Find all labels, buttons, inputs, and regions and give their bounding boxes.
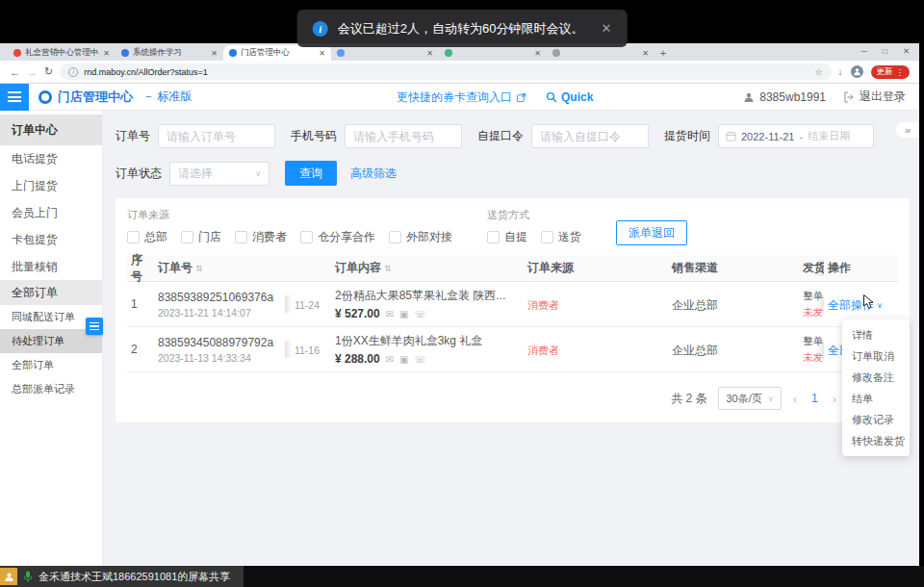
order-no-label: 订单号 [116, 128, 150, 144]
sidebar-section-all-orders[interactable]: 全部订单 [0, 280, 102, 305]
source-checkbox-hq[interactable]: 总部 [127, 229, 167, 245]
tab-close-icon[interactable]: ✕ [103, 49, 110, 58]
sidebar-item-all-orders[interactable]: 全部订单 [0, 353, 102, 377]
chevron-down-icon: ∨ [877, 301, 883, 310]
browser-profile-avatar[interactable] [851, 65, 863, 78]
advanced-filter-link[interactable]: 高级筛选 [350, 166, 397, 182]
sidebar-item-card-pickup[interactable]: 卡包提货 [0, 226, 102, 253]
checkbox-icon[interactable] [300, 231, 313, 243]
forward-button[interactable]: → [27, 66, 38, 78]
tab-close-icon[interactable]: ✕ [211, 49, 218, 58]
hamburger-menu-button[interactable] [0, 84, 29, 111]
site-info-icon[interactable]: i [68, 67, 78, 77]
current-page[interactable]: 1 [808, 392, 821, 405]
browser-tab-5[interactable]: ✕ [439, 45, 547, 61]
pickup-code-filter: 自提口令 [477, 124, 649, 148]
new-tab-button[interactable]: + [654, 45, 672, 61]
sidebar-item-hq-dispatch-records[interactable]: 总部派单记录 [0, 377, 102, 401]
quick-search-link[interactable]: Quick [546, 90, 593, 104]
prev-page-button[interactable]: ‹ [793, 392, 797, 406]
actions-cell: 全部操作 ∨ [824, 295, 898, 314]
more-menu-icon[interactable]: ⋮ [896, 67, 905, 77]
order-no-input[interactable] [158, 124, 275, 148]
sidebar-item-member-visit[interactable]: 会员上门 [0, 199, 102, 226]
checkbox-icon[interactable] [389, 231, 401, 243]
menu-item-close-order[interactable]: 结单 [842, 388, 910, 409]
checkbox-icon[interactable] [487, 231, 500, 243]
screen-share-chip: 金禾通技术王斌18662591081的屏幕共享 [0, 566, 244, 587]
order-source-cell: 消费者 [524, 341, 668, 358]
date-range-picker[interactable]: 2022-11-21 - 结束日期 [718, 124, 874, 148]
tab-close-icon[interactable]: ✕ [319, 49, 325, 58]
download-icon[interactable]: ↓ [838, 66, 843, 77]
menu-item-cancel-order[interactable]: 订单取消 [842, 345, 910, 367]
order-number: 83859345088979792a [158, 336, 281, 349]
sidebar-title-order-center[interactable]: 订单中心 [0, 115, 102, 145]
source-checkbox-store[interactable]: 门店 [181, 229, 221, 245]
source-checkbox-external[interactable]: 外部对接 [389, 229, 452, 245]
window-maximize-button[interactable]: □ [883, 46, 887, 56]
screen: 礼盒营销中心管理中心 ✕ 系统操作学习 ✕ 门店管理中心 ✕ ✕ ✕ [0, 0, 924, 587]
next-page-button[interactable]: › [833, 392, 836, 406]
browser-tab-4[interactable]: ✕ [331, 45, 439, 61]
browser-tab-1[interactable]: 礼盒营销中心管理中心 ✕ [8, 45, 116, 61]
search-icon [546, 91, 557, 103]
tab-close-icon[interactable]: ✕ [534, 49, 541, 58]
sales-channel-cell: 企业总部 [668, 295, 803, 314]
coupon-query-link[interactable]: 更快捷的券卡查询入口 [397, 89, 526, 106]
logo-icon [38, 90, 52, 104]
menu-item-edit-note[interactable]: 修改备注 [842, 367, 910, 388]
window-minimize-button[interactable]: ─ [861, 46, 867, 56]
checkbox-icon[interactable] [127, 231, 140, 243]
table-row-2: 2 83859345088979792a 2023-11-13 14:33:34… [127, 327, 898, 372]
app-body: 订单中心 电话提货 上门提货 会员上门 卡包提货 批量核销 全部订单 同城配送订… [0, 111, 919, 566]
phone-input[interactable] [345, 124, 462, 148]
chrome-update-button[interactable]: 更新 ⋮ [871, 65, 911, 79]
col-order-no[interactable]: 订单号⇅ [154, 260, 285, 276]
col-order-content[interactable]: 订单内容⇅ [331, 260, 524, 276]
screen-share-bar: 金禾通技术王斌18662591081的屏幕共享 [0, 566, 924, 587]
checkbox-icon[interactable] [181, 231, 193, 243]
menu-item-express-ship[interactable]: 转快递发货 [842, 430, 910, 451]
browser-tab-2[interactable]: 系统操作学习 ✕ [116, 45, 223, 61]
order-status-select[interactable]: 请选择 ∨ [169, 162, 270, 186]
source-tag: 消费者 [527, 345, 559, 356]
sidebar: 订单中心 电话提货 上门提货 会员上门 卡包提货 批量核销 全部订单 同城配送订… [0, 111, 103, 566]
sidebar-item-batch-verify[interactable]: 批量核销 [0, 253, 102, 280]
tab-favicon [121, 49, 129, 57]
delivery-checkbox-selfpickup[interactable]: 自提 [487, 229, 527, 245]
page-size-select[interactable]: 30条/页 ∨ [718, 387, 781, 410]
browser-tab-3-active[interactable]: 门店管理中心 ✕ [223, 45, 331, 61]
sidebar-list-toggle-button[interactable] [86, 318, 103, 335]
search-button[interactable]: 查询 [285, 161, 337, 186]
collapse-panel-icon[interactable]: » [896, 122, 919, 138]
order-content-cell: 2份精品大果85苹果礼盒装 陕西... ¥ 527.00 ✉ ▣ ☏ [331, 288, 524, 320]
checkbox-icon[interactable] [235, 231, 247, 243]
sidebar-item-door-pickup[interactable]: 上门提货 [0, 172, 102, 199]
toast-close-icon[interactable]: ✕ [601, 21, 611, 36]
user-account[interactable]: 8385wb1991 [743, 90, 826, 104]
reload-button[interactable]: ↻ [44, 65, 53, 78]
window-close-button[interactable]: ✕ [903, 46, 910, 56]
col-index: 序号 [127, 252, 154, 285]
sidebar-item-phone-pickup[interactable]: 电话提货 [0, 145, 102, 172]
menu-item-details[interactable]: 详情 [842, 324, 910, 345]
sort-icon[interactable]: ⇅ [384, 264, 392, 273]
menu-item-edit-history[interactable]: 修改记录 [842, 409, 910, 430]
source-tag: 消费者 [527, 299, 559, 311]
pickup-code-input[interactable] [531, 124, 649, 148]
source-checkbox-consumer[interactable]: 消费者 [235, 229, 287, 245]
tab-close-icon[interactable]: ✕ [426, 49, 433, 58]
checkbox-icon[interactable] [541, 231, 553, 243]
bookmark-star-icon[interactable]: ☆ [814, 67, 822, 77]
back-button[interactable]: ← [10, 66, 20, 78]
source-checkbox-share-coop[interactable]: 仓分享合作 [300, 229, 375, 245]
logout-button[interactable]: 退出登录 [843, 89, 906, 105]
dispatch-return-button[interactable]: 派单退回 [616, 220, 687, 245]
tab-close-icon[interactable]: ✕ [642, 49, 649, 58]
tab-title: 系统操作学习 [133, 47, 207, 59]
browser-tab-6[interactable]: ✕ [547, 45, 654, 61]
sort-icon[interactable]: ⇅ [195, 264, 203, 273]
url-omnibox[interactable]: i rnd.maboy.cn/AllOrder?status=1 ☆ [60, 64, 831, 80]
delivery-checkbox-delivery[interactable]: 送货 [541, 229, 581, 245]
